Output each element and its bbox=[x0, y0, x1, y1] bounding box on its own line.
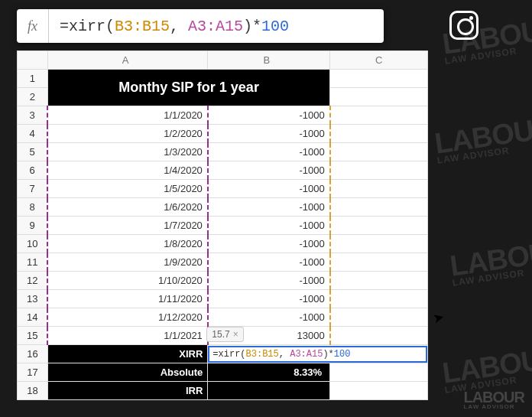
cell-amount[interactable]: -1000 bbox=[208, 235, 330, 253]
cell[interactable] bbox=[330, 272, 428, 290]
row-header[interactable]: 11 bbox=[18, 253, 48, 272]
row-header[interactable]: 6 bbox=[18, 161, 48, 180]
watermark-small: LABOURLAW ADVISOR bbox=[463, 390, 524, 409]
cell-amount[interactable]: -1000 bbox=[208, 161, 330, 180]
cell[interactable] bbox=[330, 235, 428, 253]
row-header[interactable]: 15 bbox=[18, 327, 48, 345]
cell-formula-input[interactable]: =xirr(B3:B15, A3:A15)*100 bbox=[208, 346, 427, 363]
cell-date[interactable]: 1/1/2020 bbox=[47, 106, 207, 125]
fx-label: fx bbox=[17, 9, 49, 43]
irr-value[interactable] bbox=[208, 382, 330, 400]
cell[interactable] bbox=[330, 327, 428, 345]
cell-amount[interactable]: -1000 bbox=[208, 290, 330, 308]
cell-date[interactable]: 1/9/2020 bbox=[47, 253, 207, 272]
mouse-cursor-icon: ➤ bbox=[430, 308, 446, 327]
active-cell-b16[interactable]: 15.7× =xirr(B3:B15, A3:A15)*100 bbox=[208, 345, 428, 363]
cell-amount[interactable]: -1000 bbox=[208, 106, 330, 125]
row-header[interactable]: 5 bbox=[18, 143, 48, 161]
col-header-c[interactable]: C bbox=[330, 51, 428, 70]
xirr-label[interactable]: XIRR bbox=[47, 345, 207, 363]
col-header-b[interactable]: B bbox=[208, 51, 330, 70]
row-header[interactable]: 8 bbox=[18, 198, 48, 217]
cell-amount[interactable]: -1000 bbox=[208, 125, 330, 143]
cell[interactable] bbox=[330, 217, 428, 235]
row-header[interactable]: 13 bbox=[18, 290, 48, 308]
cell-amount[interactable]: -1000 bbox=[208, 198, 330, 217]
cell-date[interactable]: 1/11/2020 bbox=[47, 290, 207, 308]
cell-date[interactable]: 1/6/2020 bbox=[47, 198, 207, 217]
row-header[interactable]: 16 bbox=[18, 345, 48, 363]
row-header[interactable]: 7 bbox=[18, 180, 48, 198]
cell-date[interactable]: 1/8/2020 bbox=[47, 235, 207, 253]
corner-cell[interactable] bbox=[18, 51, 48, 70]
cell[interactable] bbox=[330, 290, 428, 308]
row-header[interactable]: 1 bbox=[18, 70, 48, 88]
row-header[interactable]: 3 bbox=[18, 106, 48, 125]
absolute-value[interactable]: 8.33% bbox=[208, 363, 330, 382]
row-header[interactable]: 14 bbox=[18, 308, 48, 327]
cell[interactable] bbox=[330, 143, 428, 161]
row-header[interactable]: 18 bbox=[18, 382, 48, 400]
cell[interactable] bbox=[330, 308, 428, 327]
watermark: LABOURLAW ADVISOR bbox=[433, 114, 532, 165]
row-header[interactable]: 4 bbox=[18, 125, 48, 143]
cell-amount[interactable]: -1000 bbox=[208, 217, 330, 235]
cell-date[interactable]: 1/12/2020 bbox=[47, 308, 207, 327]
spreadsheet[interactable]: A B C 1 Monthy SIP for 1 year 2 31/1/202… bbox=[17, 50, 428, 400]
row-header[interactable]: 12 bbox=[18, 272, 48, 290]
formula-hint: 15.7× bbox=[206, 327, 243, 342]
cell-amount[interactable]: -1000 bbox=[208, 253, 330, 272]
cell-date[interactable]: 1/10/2020 bbox=[47, 272, 207, 290]
row-header[interactable]: 10 bbox=[18, 235, 48, 253]
cell-amount[interactable]: -1000 bbox=[208, 272, 330, 290]
cell[interactable] bbox=[330, 198, 428, 217]
cell[interactable] bbox=[330, 180, 428, 198]
cell[interactable] bbox=[330, 88, 428, 106]
row-header[interactable]: 2 bbox=[18, 88, 48, 106]
row-header[interactable]: 9 bbox=[18, 217, 48, 235]
title-cell[interactable]: Monthy SIP for 1 year bbox=[47, 70, 329, 106]
cell[interactable] bbox=[330, 253, 428, 272]
formula-bar[interactable]: fx =xirr(B3:B15, A3:A15)*100 bbox=[17, 9, 384, 43]
cell[interactable] bbox=[330, 382, 428, 400]
cell-amount[interactable]: -1000 bbox=[208, 143, 330, 161]
cell-date[interactable]: 1/3/2020 bbox=[47, 143, 207, 161]
cell-amount[interactable]: -1000 bbox=[208, 180, 330, 198]
grid-table[interactable]: A B C 1 Monthy SIP for 1 year 2 31/1/202… bbox=[17, 50, 428, 400]
instagram-icon bbox=[449, 11, 478, 40]
cell-date[interactable]: 1/2/2020 bbox=[47, 125, 207, 143]
formula-input[interactable]: =xirr(B3:B15, A3:A15)*100 bbox=[49, 18, 289, 35]
absolute-label[interactable]: Absolute bbox=[47, 363, 207, 382]
cell[interactable] bbox=[330, 70, 428, 88]
irr-label[interactable]: IRR bbox=[47, 382, 207, 400]
cell-date[interactable]: 1/5/2020 bbox=[47, 180, 207, 198]
cell[interactable] bbox=[330, 106, 428, 125]
col-header-a[interactable]: A bbox=[47, 51, 207, 70]
watermark: LABOURLAW ADVISOR bbox=[449, 236, 532, 287]
cell-date[interactable]: 1/1/2021 bbox=[47, 327, 207, 345]
row-header[interactable]: 17 bbox=[18, 363, 48, 382]
cell[interactable] bbox=[330, 161, 428, 180]
cell-date[interactable]: 1/7/2020 bbox=[47, 217, 207, 235]
watermark: LABOURLAW ADVISOR bbox=[441, 344, 532, 394]
cell[interactable] bbox=[330, 125, 428, 143]
cell-amount[interactable]: -1000 bbox=[208, 308, 330, 327]
cell-date[interactable]: 1/4/2020 bbox=[47, 161, 207, 180]
cell[interactable] bbox=[330, 363, 428, 382]
